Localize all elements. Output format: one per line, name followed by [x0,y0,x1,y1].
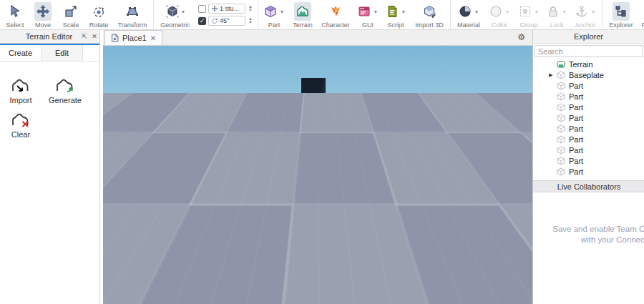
tab-edit[interactable]: Edit [42,45,83,61]
tree-item-part[interactable]: Part [533,123,644,134]
anchor-button[interactable]: ▼ Anchor [570,1,601,29]
scale-tool-button[interactable]: Scale [57,1,84,29]
clear-button[interactable]: Clear [0,112,42,139]
geometric-mode-button[interactable]: ▼ Geometric [155,1,195,29]
terrain-editor-panel: Terrain Editor ⇱ ✕ Create Edit Import Ge… [0,30,100,304]
terrain-button[interactable]: Terrain [288,1,317,29]
material-button[interactable]: ▼ Material [452,1,485,29]
move-tool-button[interactable]: Move [29,1,57,29]
part-cube-icon [557,124,565,133]
toolbar-group-tools: Select Move Scale Rotate Transform [0,0,154,29]
generate-button[interactable]: Generate [44,77,86,104]
scale-icon [62,2,79,21]
script-button[interactable]: ▼ Script [381,1,410,29]
group-button[interactable]: ▼ Group [514,1,544,29]
move-snap-value-box[interactable]: 1 stu... [208,4,245,14]
rotate-snap-icon [211,17,218,24]
anchor-dropdown-caret[interactable]: ▼ [590,9,595,14]
toolbar-group-insert: ▼ Part Terrain Character ▼ GUI [258,0,451,29]
lock-label: Lock [550,21,563,29]
explorer-tree: Terrain ▶ Baseplate Part Part Part Part … [533,59,644,177]
close-panel-icon[interactable]: ✕ [89,33,99,40]
terrain-editor-tabs: Create Edit [0,45,99,62]
part-label: Part [268,21,280,29]
explorer-toggle-button[interactable]: Explorer [605,1,638,29]
part-cube-icon [557,135,565,144]
lock-dropdown-caret[interactable]: ▼ [562,9,567,14]
tab-create[interactable]: Create [0,45,42,61]
tree-item-part[interactable]: Part [533,166,644,177]
terrain-label: Terrain [293,21,313,29]
anchor-icon: ▼ [573,2,597,21]
tree-item-part[interactable]: Part [533,134,644,144]
tree-item-part[interactable]: Part [533,144,644,155]
gui-button[interactable]: ▼ GUI [354,1,381,29]
expand-arrow-icon[interactable]: ▶ [549,72,552,78]
material-label: Material [457,21,480,29]
move-snap-checkbox[interactable] [198,5,206,13]
color-button[interactable]: ▼ Color [485,1,514,29]
properties-toggle-button[interactable]: Properties [638,1,644,29]
generate-label: Generate [49,96,82,104]
tree-item-part[interactable]: Part [533,102,644,112]
scene-3d-canvas[interactable] [103,46,532,304]
head-part [301,78,326,105]
tree-item-part[interactable]: Part [533,91,644,102]
group-dropdown-caret[interactable]: ▼ [534,9,539,14]
geometric-dropdown-caret[interactable]: ▼ [181,9,186,14]
tree-item-part[interactable]: Part [533,155,644,166]
part-cube-icon: ▼ [262,2,286,21]
import-3d-icon [421,2,438,21]
terrain-editor-titlebar: Terrain Editor ⇱ ✕ [0,30,99,44]
import-button[interactable]: Import [0,77,42,104]
lock-button[interactable]: ▼ Lock [544,1,570,29]
move-label: Move [35,21,51,29]
team-create-message-line1: Save and enable Team Create to build [540,224,644,235]
center-left-leg-part [305,145,314,210]
script-label: Script [387,21,404,29]
explorer-title: Explorer [533,32,644,41]
rotate-snap-checkbox[interactable]: ✓ [198,17,206,25]
select-tool-button[interactable]: Select [1,1,29,29]
terrain-icon [557,60,565,69]
gui-dropdown-caret[interactable]: ▼ [373,9,378,14]
tree-item-part[interactable]: Part [533,112,644,123]
tree-item-baseplate[interactable]: ▶ Baseplate [533,69,644,80]
part-cube-icon [557,71,565,79]
part-dropdown-caret[interactable]: ▼ [279,9,284,14]
script-dropdown-caret[interactable]: ▼ [401,9,406,14]
main-toolbar: Select Move Scale Rotate Transform [0,0,644,30]
rotate-tool-button[interactable]: Rotate [84,1,113,29]
place-tab-close-icon[interactable]: ✕ [150,34,156,42]
viewport-area: Place1 ✕ ⚙ [103,30,532,304]
part-button[interactable]: ▼ Part [260,1,288,29]
character-button[interactable]: Character [317,1,354,29]
import-3d-button[interactable]: Import 3D [410,1,449,29]
place-doc-icon [111,34,119,42]
move-snap-stepper[interactable]: ▲▼ [248,5,253,12]
move-snap-row: 1 stu... ▲▼ [198,4,253,14]
toolbar-group-modify: ▼ Material ▼ Color ▼ Group ▼ Lock [451,0,603,29]
place-tab[interactable]: Place1 ✕ [104,30,162,45]
anchor-label: Anchor [575,21,596,29]
clear-label: Clear [11,130,30,139]
tree-item-terrain[interactable]: Terrain [533,59,644,69]
rotate-snap-value-box[interactable]: 45° [208,16,245,26]
transform-tool-button[interactable]: Transform [113,1,152,29]
viewport-settings-gear-icon[interactable]: ⚙ [517,32,525,42]
generate-terrain-icon [55,77,75,94]
rotate-snap-stepper[interactable]: ▲▼ [248,17,253,24]
material-dropdown-caret[interactable]: ▼ [474,9,479,14]
color-label: Color [492,21,507,29]
gui-window-icon: ▼ [356,2,379,21]
scale-label: Scale [63,21,79,29]
character-label: Character [321,21,350,29]
explorer-search-input[interactable] [535,45,643,57]
live-collaborators-header[interactable]: Live Collaborators [533,180,644,192]
geometric-label: Geometric [160,21,190,29]
popout-icon[interactable]: ⇱ [79,33,89,40]
rotate-snap-row: ✓ 45° ▲▼ [198,16,253,26]
color-dropdown-caret[interactable]: ▼ [504,9,509,14]
properties-toggle-label: Properties [641,21,644,29]
tree-item-part[interactable]: Part [533,80,644,91]
